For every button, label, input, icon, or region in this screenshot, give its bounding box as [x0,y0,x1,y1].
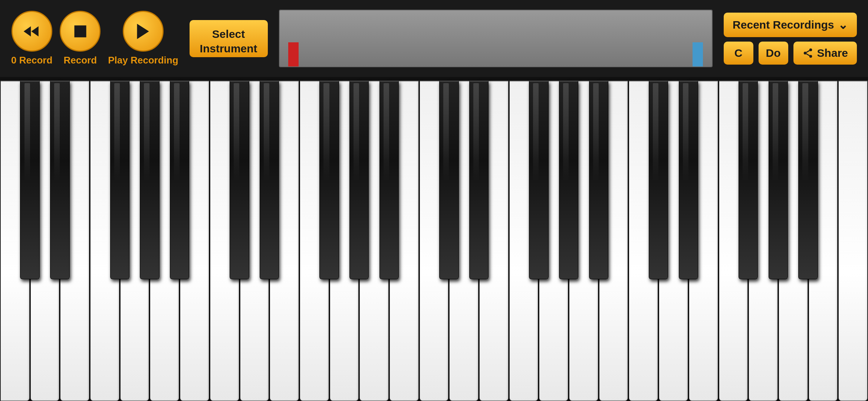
recording-waveform [280,10,712,66]
marker-blue [693,42,703,66]
stop-button[interactable] [60,11,101,52]
svg-point-2 [809,48,812,51]
play-icon [133,21,153,42]
rewind-button-group: 0 Record [11,11,52,66]
stop-icon [70,21,91,42]
recording-area [279,10,713,67]
right-controls: Recent Recordings ⌄ C Do Share [724,13,857,65]
play-label: Play Recording [108,55,178,66]
black-key-2-5[interactable] [589,81,608,279]
black-key-3-0[interactable] [649,81,668,279]
recent-recordings-button[interactable]: Recent Recordings ⌄ [724,13,857,37]
play-button[interactable] [123,11,164,52]
recent-recordings-label: Recent Recordings [733,19,834,31]
share-button[interactable]: Share [793,42,857,65]
black-key-1-4[interactable] [349,81,369,279]
record-label: Record [63,55,97,66]
black-key-3-4[interactable] [769,81,788,279]
black-key-1-1[interactable] [260,81,279,279]
black-key-0-1[interactable] [50,81,69,279]
svg-point-4 [809,55,812,58]
svg-line-5 [806,53,809,55]
black-key-2-4[interactable] [559,81,578,279]
black-key-3-3[interactable] [739,81,758,279]
control-buttons: 0 Record Record Play Recording [11,11,178,66]
svg-point-3 [803,52,806,55]
rewind-icon [22,21,42,42]
svg-rect-0 [74,25,86,37]
black-key-1-0[interactable] [230,81,249,279]
play-button-group: Play Recording [108,11,178,66]
marker-red [288,42,299,66]
black-key-2-3[interactable] [529,81,548,279]
black-key-2-0[interactable] [439,81,458,279]
keys-wrapper [0,81,868,401]
black-key-0-4[interactable] [140,81,159,279]
select-instrument-button[interactable]: SelectInstrument [190,20,268,57]
black-key-1-3[interactable] [319,81,339,279]
share-label: Share [817,47,848,59]
black-key-0-3[interactable] [110,81,129,279]
white-key-28[interactable] [838,81,868,401]
svg-marker-1 [137,23,149,39]
svg-line-6 [806,50,809,52]
black-key-1-5[interactable] [379,81,399,279]
black-key-0-5[interactable] [170,81,189,279]
bottom-buttons: C Do Share [724,42,857,65]
rewind-button[interactable] [11,11,52,52]
chevron-down-icon: ⌄ [838,18,848,32]
piano-container [0,77,868,401]
select-instrument-label: SelectInstrument [200,28,257,55]
do-button[interactable]: Do [759,42,788,65]
c-label: C [734,47,743,59]
black-key-3-1[interactable] [679,81,698,279]
rewind-label: 0 Record [11,55,52,66]
top-bar: 0 Record Record Play Recording SelectIns… [0,0,868,77]
black-key-2-1[interactable] [469,81,489,279]
do-label: Do [766,47,781,59]
black-key-0-0[interactable] [20,81,39,279]
share-icon [802,48,813,59]
stop-button-group: Record [60,11,101,66]
white-keys-row [0,81,868,401]
c-button[interactable]: C [724,42,753,65]
black-key-3-5[interactable] [798,81,818,279]
